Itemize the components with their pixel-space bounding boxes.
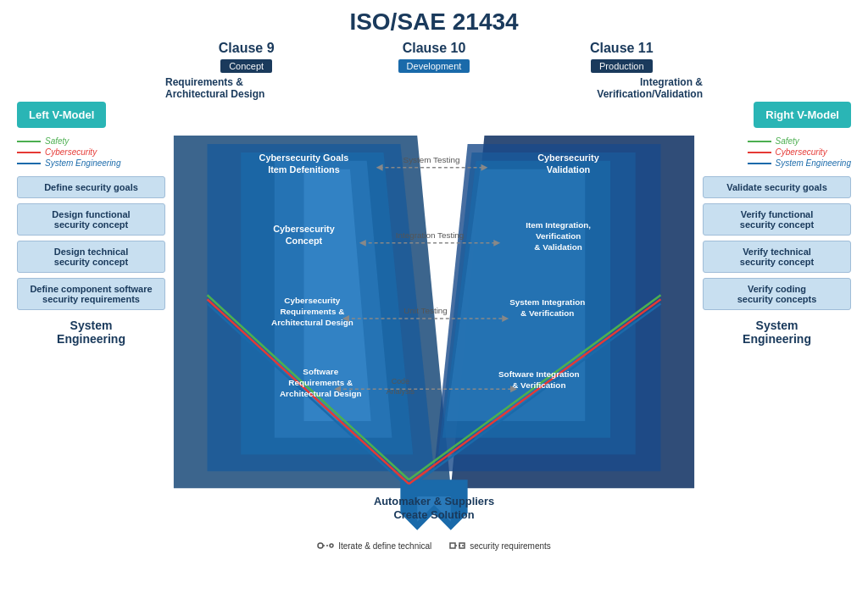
cyber-label: Cybersecurity [45,147,97,157]
legend-cybersecurity: Cybersecurity [17,147,121,157]
content-area: Left V-Model Safety Cybersecurity System… [17,76,851,551]
svg-text:Code: Code [392,377,409,385]
left-legend: Safety Cybersecurity System Engineering [17,136,121,169]
r-legend-safety: Safety [748,136,852,146]
svg-text:System Testing: System Testing [403,155,460,164]
syseng-label: System Engineering [45,158,121,168]
right-box-2: Verify functionalsecurity concept [703,203,851,236]
safety-color [17,141,41,142]
svg-text:Cybersecurity: Cybersecurity [284,296,340,305]
clause-10: Clause 10 Development [340,41,527,73]
left-boxes: Define security goals Design functionals… [17,176,165,310]
svg-text:& Verification: & Verification [512,380,565,390]
svg-text:Validation: Validation [547,164,590,175]
svg-text:Concept: Concept [286,236,323,246]
svg-text:Create Solution: Create Solution [393,508,474,521]
left-box-4: Define component softwaresecurity requir… [17,278,165,310]
legend-security-req: security requirements [448,541,551,551]
clause-9-subtitle: Concept [220,59,272,73]
syseng-color [17,163,41,164]
svg-text:Requirements &: Requirements & [288,378,353,387]
r-safety-label: Safety [776,136,799,146]
left-box-2: Design functionalsecurity concept [17,203,165,236]
clause-9-title: Clause 9 [153,41,340,56]
clause-11-title: Clause 11 [528,41,715,56]
v-model-svg: Cybersecurity Goals Item Defenitions Cyb… [165,103,703,537]
svg-text:& Validation: & Validation [534,242,582,252]
left-vmodel-badge: Left V-Model [17,102,106,128]
left-header: Requirements &Architectural Design [165,76,434,100]
svg-text:Cybersecurity: Cybersecurity [273,224,335,234]
svg-text:Architectural Design: Architectural Design [280,389,362,398]
svg-text:Software Integration: Software Integration [498,369,580,379]
clause-10-title: Clause 10 [340,41,527,56]
r-safety-color [748,141,771,142]
svg-text:Cybersecurity Goals: Cybersecurity Goals [259,152,349,163]
main-title: ISO/SAE 21434 [17,8,851,36]
left-sidebar: Left V-Model Safety Cybersecurity System… [17,76,165,551]
svg-text:& Verification: & Verification [520,308,574,318]
right-system-engineering: SystemEngineering [703,319,851,346]
svg-text:Integration Testing: Integration Testing [396,230,465,240]
svg-point-59 [330,544,333,547]
r-cyber-color [748,152,771,153]
safety-label: Safety [45,136,69,146]
svg-text:Analysis: Analysis [387,387,415,396]
legend-syseng: System Engineering [17,158,121,168]
svg-text:Verification: Verification [536,231,581,241]
r-syseng-label: System Engineering [776,158,852,168]
right-vmodel-badge: Right V-Model [754,102,851,128]
clause-11: Clause 11 Production [528,41,715,73]
r-legend-syseng: System Engineering [748,158,852,168]
cyber-color [17,152,41,153]
svg-point-57 [318,543,323,548]
legend-safety: Safety [17,136,121,146]
clauses-row: Clause 9 Concept Clause 10 Development C… [17,41,851,73]
center-diagram: Requirements &Architectural Design Integ… [165,76,703,551]
left-box-1: Define security goals [17,176,165,198]
right-boxes: Validate security goals Verify functiona… [703,176,851,310]
right-box-4: Verify codingsecurity concepts [703,278,851,310]
legend-iterate-text: Iterate & define technical [338,541,431,551]
clause-10-subtitle: Development [398,59,470,73]
legend-security-req-text: security requirements [470,541,551,551]
svg-text:Architectural Design: Architectural Design [271,318,353,327]
page: ISO/SAE 21434 Clause 9 Concept Clause 10… [0,0,868,610]
r-legend-cyber: Cybersecurity [748,147,852,157]
legend-iterate: Iterate & define technical [317,541,431,551]
right-box-3: Verify technicalsecurity concept [703,241,851,273]
svg-text:Software: Software [303,367,338,376]
left-system-engineering: SystemEngineering [17,319,165,346]
svg-text:Item Integration,: Item Integration, [526,220,591,230]
diagram-headers: Requirements &Architectural Design Integ… [165,76,703,100]
svg-text:Requirements &: Requirements & [280,307,344,316]
svg-text:Item Defenitions: Item Defenitions [268,164,340,175]
r-syseng-color [748,163,771,164]
right-legend: Safety Cybersecurity System Engineering [748,136,852,169]
left-box-3: Design technicalsecurity concept [17,241,165,273]
clause-11-subtitle: Production [591,59,653,73]
right-sidebar: Right V-Model Safety Cybersecurity Syste… [703,76,851,551]
right-box-1: Validate security goals [703,176,851,198]
r-cyber-label: Cybersecurity [776,147,827,157]
svg-text:Cybersecurity: Cybersecurity [537,152,599,163]
right-header: Integration &Verification/Validation [434,76,703,100]
svg-rect-60 [450,543,455,548]
svg-text:Automaker & Suppliers: Automaker & Suppliers [374,495,494,507]
svg-text:Unit Testing: Unit Testing [403,306,448,315]
clause-9: Clause 9 Concept [153,41,340,73]
bottom-legend: Iterate & define technical security requ… [165,541,703,551]
svg-text:System Integration: System Integration [509,297,585,307]
